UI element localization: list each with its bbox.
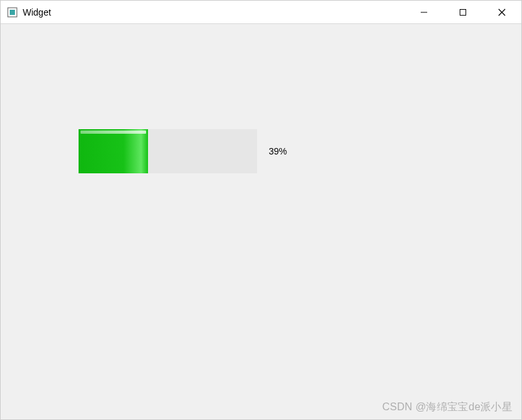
titlebar[interactable]: Widget [1, 1, 521, 24]
progress-fill [79, 129, 148, 173]
minimize-button[interactable] [404, 1, 443, 23]
svg-rect-3 [460, 9, 466, 15]
window: Widget 39% CSDN @海绵宝宝de派小星 [0, 0, 522, 420]
titlebar-left: Widget [7, 7, 51, 18]
progress-bar [79, 129, 257, 173]
maximize-button[interactable] [443, 1, 482, 23]
window-title: Widget [23, 7, 51, 18]
titlebar-controls [404, 1, 521, 23]
close-button[interactable] [482, 1, 521, 23]
client-area: 39% CSDN @海绵宝宝de派小星 [1, 24, 521, 419]
svg-rect-1 [10, 10, 15, 15]
watermark: CSDN @海绵宝宝de派小星 [382, 401, 512, 414]
progress-row: 39% [79, 129, 287, 173]
progress-percent-label: 39% [269, 146, 287, 156]
app-icon [7, 7, 18, 18]
